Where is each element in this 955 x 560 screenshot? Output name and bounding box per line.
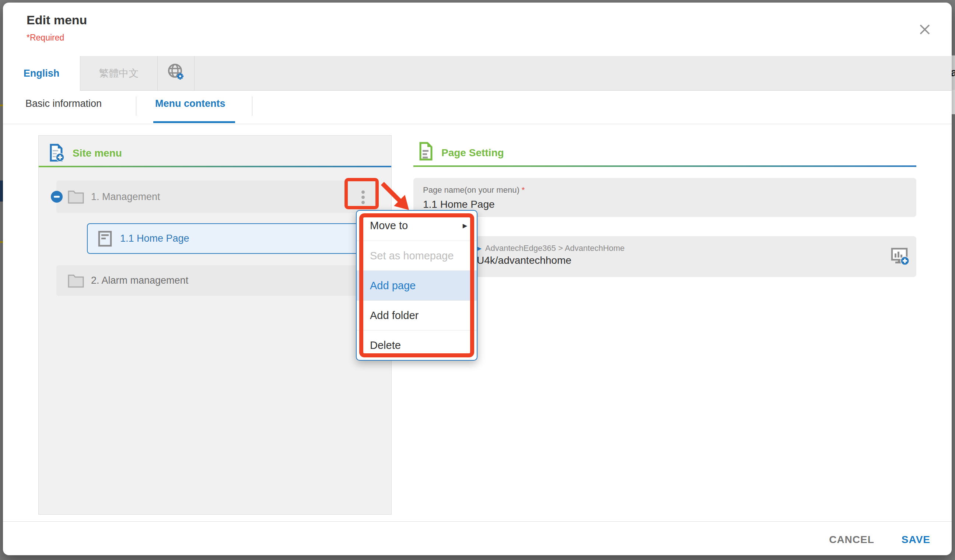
site-menu-panel: Site menu 1. Management — [38, 135, 391, 515]
active-tab-underline — [153, 121, 235, 123]
footer: CANCEL SAVE — [826, 530, 933, 549]
page-link-field: ▶ AdvantechEdge365 > AdvantechHome U4k/a… — [413, 236, 916, 277]
language-tab-bar: English 繁體中文 — [3, 56, 952, 91]
page-path: U4k/advantechhome — [477, 255, 571, 266]
tree-item-label: 1. Management — [91, 180, 160, 213]
tab-basic-information[interactable]: Basic information — [25, 95, 102, 112]
page-name-value: 1.1 Home Page — [423, 199, 495, 210]
kebab-menu-button[interactable] — [355, 180, 370, 213]
save-button[interactable]: SAVE — [899, 530, 933, 549]
page-name-field[interactable]: Page name(on your menu) * 1.1 Home Page — [413, 178, 916, 217]
page-icon — [97, 230, 113, 249]
breadcrumb-text: AdvantechEdge365 > AdvantechHome — [485, 244, 625, 253]
close-button[interactable] — [915, 20, 935, 39]
breadcrumb: ▶ AdvantechEdge365 > AdvantechHome — [478, 244, 625, 253]
monitor-add-icon — [889, 262, 911, 268]
menu-item-label: Add page — [370, 280, 416, 292]
menu-item-label: Set as homepage — [370, 250, 454, 262]
subtab-bottom-border — [3, 124, 952, 124]
document-icon — [418, 142, 434, 163]
page-name-label: Page name(on your menu) * — [423, 185, 524, 195]
page-title: Edit menu — [27, 13, 87, 27]
site-menu-title: Site menu — [73, 147, 122, 159]
page-setting-title: Page Setting — [441, 147, 504, 159]
footer-divider — [3, 521, 952, 522]
page-setting-panel: Page Setting — [413, 135, 916, 168]
tree-item-label: 2. Alarm management — [91, 265, 188, 296]
tree-item-home-page[interactable]: 1.1 Home Page — [87, 223, 379, 254]
submenu-arrow-icon: ▶ — [463, 222, 467, 229]
background-navy-block — [0, 180, 3, 202]
tree-item-management[interactable]: 1. Management — [56, 180, 379, 213]
background-panel-sliver — [952, 90, 955, 114]
subtab-divider — [136, 97, 136, 116]
page-setting-underline — [413, 166, 916, 167]
tree-item-alarm-management[interactable]: 2. Alarm management — [56, 265, 379, 296]
collapse-icon[interactable] — [50, 191, 63, 205]
background-yellow-line — [0, 105, 3, 106]
language-tab-label: 繁體中文 — [99, 67, 139, 80]
kebab-icon — [355, 191, 370, 204]
menu-item-add-folder[interactable]: Add folder — [357, 300, 477, 330]
context-menu: Move to ▶ Set as homepage Add page Add f… — [356, 210, 478, 361]
cancel-button[interactable]: CANCEL — [826, 530, 877, 549]
add-dashboard-button[interactable] — [889, 245, 911, 267]
language-tab-english[interactable]: English — [3, 56, 80, 91]
required-asterisk: * — [522, 185, 525, 194]
menu-item-add-page[interactable]: Add page — [357, 271, 477, 300]
menu-item-delete[interactable]: Delete — [357, 330, 477, 360]
language-settings-tab[interactable] — [158, 56, 194, 90]
language-tab-label: English — [23, 68, 60, 79]
tab-menu-contents[interactable]: Menu contents — [155, 95, 225, 112]
close-icon — [915, 34, 935, 40]
globe-gear-icon — [167, 63, 185, 84]
site-menu-underline — [39, 166, 391, 167]
menu-item-label: Delete — [370, 339, 401, 352]
language-tab-traditional-chinese[interactable]: 繁體中文 — [80, 56, 158, 90]
menu-item-set-as-homepage[interactable]: Set as homepage — [357, 241, 477, 271]
folder-icon — [67, 189, 85, 206]
menu-item-move-to[interactable]: Move to ▶ — [357, 211, 477, 241]
subtab-divider — [252, 97, 252, 116]
tree-item-label: 1.1 Home Page — [120, 224, 189, 253]
required-note: *Required — [27, 33, 64, 43]
document-add-icon — [48, 144, 64, 164]
folder-icon — [67, 273, 85, 289]
menu-item-label: Move to — [370, 220, 408, 232]
background-yellow-line — [0, 241, 3, 243]
menu-item-label: Add folder — [370, 310, 418, 322]
breadcrumb-arrow-icon: ▶ — [478, 246, 482, 251]
edit-menu-dialog: Edit menu *Required English 繁體中文 — [3, 3, 952, 555]
